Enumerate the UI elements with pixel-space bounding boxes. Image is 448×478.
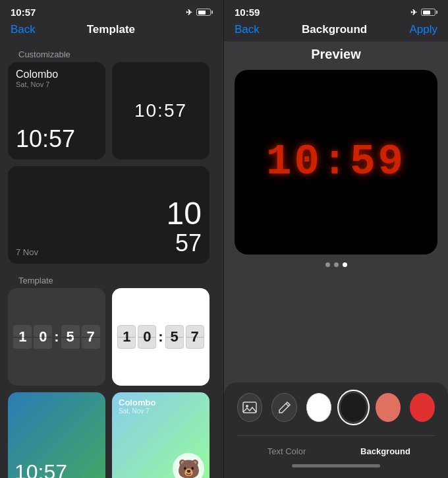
svg-point-1: [246, 405, 248, 407]
cute-date: Sat, Nov 7: [119, 407, 203, 415]
svg-line-2: [286, 403, 289, 406]
battery-body: [196, 9, 211, 16]
color-panel: Text Color Background: [224, 382, 448, 478]
widget-row-1: Colombo Sat, Nov 7 10:57 10:57: [8, 62, 215, 160]
right-nav-bar: Back Background Apply: [224, 20, 448, 42]
right-battery-body: [421, 9, 435, 16]
widget-colombo[interactable]: Colombo Sat, Nov 7 10:57: [8, 62, 105, 160]
right-status-bar: 10:59 ✈: [224, 0, 448, 20]
colombo-city: Colombo Sat, Nov 7: [16, 69, 98, 88]
dot-3: [343, 262, 347, 267]
apply-button[interactable]: Apply: [409, 23, 437, 36]
colombo-date: Sat, Nov 7: [16, 80, 98, 88]
flip-dark-date: 7 Nov: [16, 247, 38, 257]
pencil-picker-button[interactable]: [271, 393, 296, 422]
right-nav-title: Background: [302, 23, 367, 36]
widget-flip-white-template[interactable]: 1 0 : 5 7: [112, 288, 210, 386]
right-time: 10:59: [235, 7, 260, 18]
tab-text-color[interactable]: Text Color: [237, 444, 336, 459]
left-status-icons: ✈: [186, 8, 213, 17]
left-back-button[interactable]: Back: [11, 23, 36, 36]
flip-dark-bottom: 7 Nov 57: [16, 229, 202, 257]
image-icon: [242, 400, 257, 415]
clock-preview: 10:59: [235, 70, 437, 254]
flip-card-1: 1: [13, 325, 32, 349]
section-customizable: Customizable: [8, 44, 215, 62]
right-back-button[interactable]: Back: [235, 23, 260, 36]
battery-tip: [211, 11, 213, 14]
flip-card-3: 5: [61, 325, 80, 349]
widget-digital-dark[interactable]: 10:57: [112, 62, 210, 160]
dot-2: [334, 262, 339, 267]
right-battery-tip: [436, 11, 437, 14]
right-battery-icon: [421, 9, 437, 16]
flip-white-colon: :: [158, 328, 163, 345]
color-options: [237, 393, 435, 422]
right-airplane-icon: ✈: [410, 8, 417, 17]
led-clock: 10:59: [266, 138, 406, 186]
battery-icon: [196, 9, 213, 16]
pencil-icon: [277, 400, 292, 415]
scenic-time: 10:57: [14, 460, 67, 478]
flip-white-time: 1 0 : 5 7: [117, 325, 204, 349]
home-indicator: [292, 464, 380, 467]
widget-row-2: 10 7 Nov 57: [8, 166, 215, 264]
tab-bar: Text Color Background: [237, 435, 435, 459]
flip-dark-hour: 10: [167, 198, 202, 229]
right-panel: 10:59 ✈ Back Background Apply Preview 10…: [224, 0, 448, 478]
section-template: Template: [8, 270, 215, 288]
flip-colon-1: :: [54, 328, 59, 345]
right-battery-fill: [423, 11, 431, 15]
left-status-bar: 10:57 ✈: [0, 0, 223, 20]
red-color-swatch[interactable]: [410, 393, 435, 422]
flip-card-4: 7: [82, 325, 100, 349]
digital-time: 10:57: [134, 100, 187, 121]
widget-scenic[interactable]: 10:57: [8, 392, 105, 478]
widget-row-4: 10:57 Colombo Sat, Nov 7 🐻: [8, 392, 215, 478]
widget-cute[interactable]: Colombo Sat, Nov 7 🐻: [112, 392, 210, 478]
left-time: 10:57: [11, 7, 36, 18]
flip-white-card-4: 7: [186, 325, 204, 349]
right-status-icons: ✈: [410, 8, 437, 17]
flip-dark-minutes: 57: [175, 229, 202, 257]
dot-1: [325, 262, 330, 267]
page-indicator: [235, 262, 437, 267]
left-panel: 10:57 ✈ Back Template Customizable Colom…: [0, 0, 223, 478]
white-color-swatch[interactable]: [306, 393, 331, 422]
battery-fill: [198, 11, 206, 15]
flip-dark-time: 1 0 : 5 7: [13, 325, 99, 349]
flip-card-2: 0: [34, 325, 52, 349]
widgets-grid: Customizable Colombo Sat, Nov 7 10:57 10…: [0, 42, 223, 478]
salmon-color-swatch[interactable]: [376, 393, 401, 422]
cute-city: Colombo: [119, 398, 203, 407]
widget-flip-dark-template[interactable]: 1 0 : 5 7: [8, 288, 105, 386]
image-picker-button[interactable]: [237, 393, 262, 422]
preview-area: 10:59: [224, 70, 448, 382]
widget-row-3: 1 0 : 5 7 1 0 : 5 7: [8, 288, 215, 386]
flip-white-card-3: 5: [165, 325, 184, 349]
left-nav-title: Template: [87, 23, 135, 36]
left-nav-bar: Back Template: [0, 20, 223, 42]
colombo-city-name: Colombo: [16, 69, 98, 80]
bear-icon: 🐻: [173, 453, 204, 478]
preview-label: Preview: [224, 42, 448, 70]
flip-white-card-1: 1: [117, 325, 136, 349]
widget-flip-dark[interactable]: 10 7 Nov 57: [8, 166, 210, 264]
flip-white-card-2: 0: [138, 325, 156, 349]
black-color-swatch[interactable]: [341, 393, 366, 422]
airplane-icon: ✈: [186, 8, 192, 17]
colombo-time: 10:57: [16, 125, 98, 153]
tab-background[interactable]: Background: [336, 444, 435, 459]
